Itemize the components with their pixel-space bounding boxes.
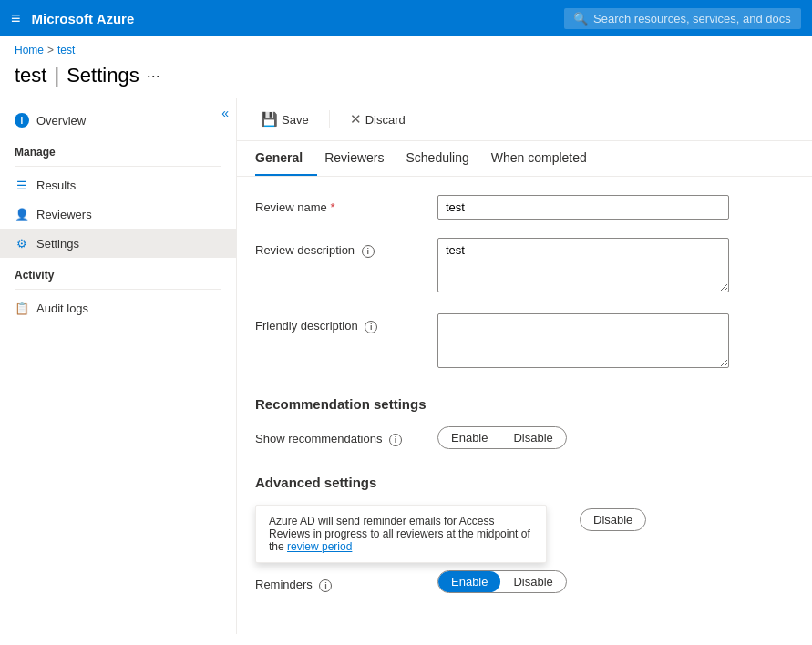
review-name-row: Review name * [255,195,794,220]
review-description-info-icon[interactable]: i [362,245,375,258]
sidebar-item-audit-logs[interactable]: 📋 Audit logs [0,293,236,322]
save-icon: 💾 [261,111,278,128]
sidebar: « i Overview Manage ☰ Results 👤 Reviewer… [0,98,237,634]
audit-logs-icon: 📋 [15,301,29,315]
recommendations-enable-button[interactable]: Enable [438,427,500,448]
advanced-disable-button[interactable]: Disable [581,509,645,530]
search-bar[interactable]: 🔍 [564,8,801,29]
form-content: Review name * Review description i test [237,177,812,630]
required-marker: * [330,200,334,214]
breadcrumb: Home > test [0,36,812,60]
sidebar-reviewers-label: Reviewers [36,208,92,221]
recommendation-settings-header: Recommendation settings [255,389,794,412]
more-options-button[interactable]: ··· [147,67,160,86]
review-name-label: Review name * [255,195,437,214]
review-description-textarea[interactable]: test [437,238,729,292]
friendly-description-row: Friendly description i [255,313,794,371]
reminders-row: Reminders i Enable Disable [255,570,794,593]
app-title: Microsoft Azure [32,11,553,26]
review-description-input-container: test [437,238,729,295]
breadcrumb-separator: > [47,44,54,56]
show-recommendations-label: Show recommendations i [255,426,437,446]
friendly-description-textarea[interactable] [437,313,729,368]
page-title-bar: test | Settings ··· [0,60,812,98]
review-name-input[interactable] [437,195,729,220]
review-description-label: Review description i [255,238,437,258]
page-title-separator: | [54,64,59,87]
sidebar-audit-logs-label: Audit logs [36,302,88,315]
sidebar-overview-label: Overview [36,114,86,128]
sidebar-item-results[interactable]: ☰ Results [0,170,236,200]
breadcrumb-current[interactable]: test [57,44,75,56]
page-subtitle: Settings [67,64,139,87]
advanced-disable-toggle: Disable [580,508,646,531]
reminders-info-icon[interactable]: i [319,579,332,592]
sidebar-item-reviewers[interactable]: 👤 Reviewers [0,200,236,229]
content-area: 💾 Save ✕ Discard General Reviewers Sched… [237,98,812,634]
search-input[interactable] [593,12,792,26]
reminders-enable-button[interactable]: Enable [438,571,500,592]
discard-icon: ✕ [350,111,362,128]
results-icon: ☰ [15,178,29,192]
tooltip-link[interactable]: review period [287,540,352,553]
friendly-description-label: Friendly description i [255,313,437,333]
settings-icon: ⚙ [15,236,29,251]
reminders-label: Reminders i [255,572,437,592]
show-recommendations-row: Show recommendations i Enable Disable [255,426,794,449]
review-name-input-container [437,195,729,220]
sidebar-item-settings[interactable]: ⚙ Settings [0,229,236,258]
menu-icon[interactable]: ≡ [11,9,21,28]
review-description-row: Review description i test [255,238,794,295]
page-title-name: test [15,64,46,87]
friendly-description-info-icon[interactable]: i [365,321,377,333]
friendly-description-input-container [437,313,729,371]
sidebar-results-label: Results [36,179,76,192]
tooltip-popup: Azure AD will send reminder emails for A… [255,505,547,563]
sidebar-item-overview[interactable]: i Overview [0,106,236,135]
tab-scheduling[interactable]: Scheduling [406,141,484,176]
show-recommendations-toggle: Enable Disable [437,426,729,449]
recommendations-disable-button[interactable]: Disable [500,427,565,448]
save-label: Save [282,113,309,127]
sidebar-divider-2 [15,289,221,290]
discard-button[interactable]: ✕ Discard [344,108,411,131]
sidebar-collapse-button[interactable]: « [221,106,229,120]
toolbar-separator [329,110,330,128]
info-icon: i [15,113,29,128]
main-layout: « i Overview Manage ☰ Results 👤 Reviewer… [0,98,812,634]
reminders-toggle-container: Enable Disable [437,570,729,593]
reviewers-icon: 👤 [15,207,29,221]
sidebar-activity-label: Activity [0,258,236,285]
recommendations-toggle-group: Enable Disable [437,426,567,449]
reminders-toggle-group: Enable Disable [437,570,567,593]
sidebar-settings-label: Settings [36,237,79,251]
save-button[interactable]: 💾 Save [255,108,314,131]
sidebar-divider-1 [15,166,221,167]
show-recommendations-info-icon[interactable]: i [389,434,402,446]
tab-when-completed[interactable]: When completed [491,141,601,176]
tab-bar: General Reviewers Scheduling When comple… [237,141,812,177]
advanced-settings-header: Advanced settings [255,467,794,490]
toolbar: 💾 Save ✕ Discard [237,98,812,141]
sidebar-manage-label: Manage [0,135,236,162]
breadcrumb-home[interactable]: Home [15,44,44,56]
reminders-disable-button[interactable]: Disable [500,571,565,592]
top-bar: ≡ Microsoft Azure 🔍 [0,0,812,36]
search-icon: 🔍 [573,12,588,26]
tab-general[interactable]: General [255,141,317,176]
tab-reviewers[interactable]: Reviewers [324,141,398,176]
discard-label: Discard [365,113,406,127]
